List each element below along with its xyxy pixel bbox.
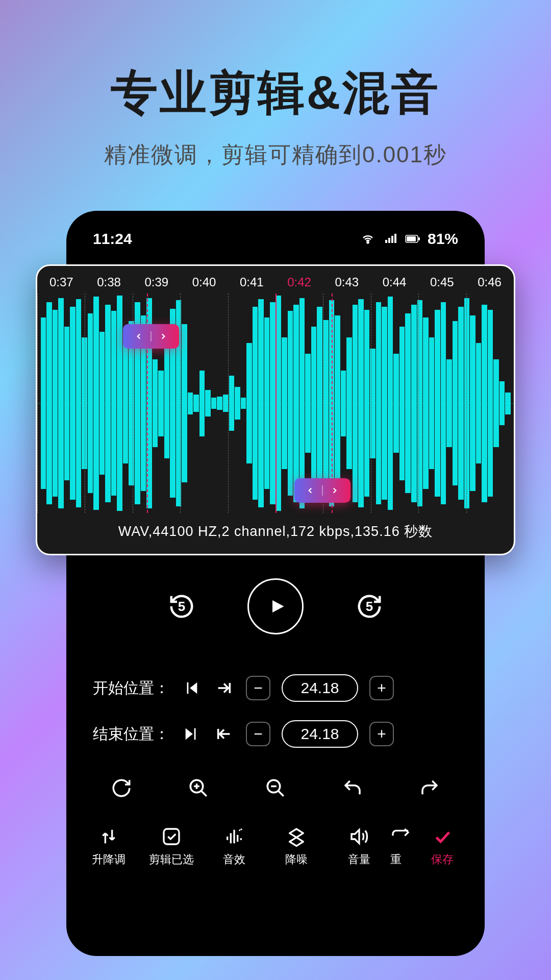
nav-label: 保存	[431, 852, 454, 867]
ruler-tick: 0:44	[383, 275, 407, 289]
nav-label: 剪辑已选	[149, 852, 194, 867]
undo-button[interactable]	[342, 777, 363, 801]
arrow-to-left-icon	[215, 725, 233, 743]
selection-end-handle[interactable]	[294, 478, 350, 503]
volume-icon	[349, 826, 369, 847]
end-decrement-button[interactable]: −	[246, 722, 270, 746]
start-value[interactable]: 24.18	[282, 674, 358, 702]
svg-rect-7	[418, 237, 420, 240]
nav-label: 升降调	[92, 852, 126, 867]
nav-effects[interactable]: 音效	[203, 826, 265, 867]
svg-rect-10	[164, 829, 179, 844]
playback-row: 5 5	[78, 578, 473, 634]
start-decrement-button[interactable]: −	[246, 676, 270, 700]
start-label: 开始位置：	[88, 678, 169, 699]
ruler-tick: 0:40	[192, 275, 216, 289]
skip-previous-icon	[183, 679, 200, 697]
ruler-tick: 0:45	[430, 275, 454, 289]
ruler-tick: 0:39	[145, 275, 169, 289]
signal-icon	[383, 233, 398, 245]
check-icon	[432, 826, 453, 847]
undo-icon	[342, 777, 363, 799]
svg-rect-2	[388, 238, 390, 243]
wifi-icon	[360, 233, 375, 245]
nav-repeat[interactable]: 重	[390, 826, 411, 867]
refresh-button[interactable]	[111, 777, 132, 801]
pitch-icon	[98, 826, 119, 847]
waveform-area[interactable]	[37, 293, 514, 513]
zoom-out-icon	[265, 777, 286, 799]
svg-rect-6	[407, 236, 416, 241]
checkbox-icon	[161, 826, 182, 847]
bottom-nav: 升降调 剪辑已选 音效 降噪 音量 重	[78, 816, 473, 867]
playhead[interactable]	[276, 293, 277, 513]
ruler-tick: 0:38	[97, 275, 121, 289]
end-position-row: 结束位置： − 24.18 +	[78, 711, 473, 757]
repeat-icon	[390, 826, 411, 847]
zoom-out-button[interactable]	[265, 777, 286, 801]
nav-label: 降噪	[285, 852, 308, 867]
jump-to-end-button[interactable]	[181, 723, 202, 745]
zoom-in-button[interactable]	[188, 777, 209, 801]
ruler-tick: 0:46	[478, 275, 502, 289]
set-end-button[interactable]	[213, 723, 235, 745]
nav-save[interactable]: 保存	[411, 826, 473, 867]
chevron-right-icon	[330, 486, 339, 495]
arrow-to-right-icon	[215, 679, 233, 697]
set-start-button[interactable]	[213, 677, 235, 699]
minus-icon: −	[254, 725, 263, 743]
zoom-in-icon	[188, 777, 209, 799]
battery-icon	[405, 233, 420, 245]
denoise-icon	[286, 826, 307, 847]
nav-trim[interactable]: 剪辑已选	[140, 826, 203, 867]
nav-label: 重	[390, 852, 402, 867]
ruler-tick: 0:43	[335, 275, 359, 289]
nav-volume[interactable]: 音量	[328, 826, 391, 867]
status-time: 11:24	[93, 230, 132, 248]
equalizer-icon	[224, 826, 244, 847]
jump-to-start-button[interactable]	[181, 677, 202, 699]
play-button[interactable]	[247, 578, 304, 634]
plus-icon: +	[377, 679, 386, 697]
refresh-icon	[111, 777, 132, 799]
end-label: 结束位置：	[88, 724, 169, 745]
start-position-row: 开始位置： − 24.18 +	[78, 665, 473, 711]
chevron-left-icon	[134, 332, 143, 341]
redo-icon	[419, 777, 440, 799]
skip-next-icon	[183, 725, 200, 743]
time-ruler: 0:37 0:38 0:39 0:40 0:41 0:42 0:43 0:44 …	[37, 266, 514, 293]
nav-label: 音量	[348, 852, 370, 867]
ruler-tick: 0:37	[49, 275, 73, 289]
selection-start-handle[interactable]	[123, 324, 179, 349]
svg-rect-4	[394, 234, 396, 243]
skip-forward-value: 5	[366, 599, 373, 615]
skip-back-button[interactable]: 5	[162, 586, 202, 626]
tool-row	[78, 757, 473, 816]
ruler-tick: 0:41	[240, 275, 264, 289]
svg-rect-3	[391, 236, 393, 243]
plus-icon: +	[377, 725, 386, 743]
nav-label: 音效	[223, 852, 245, 867]
controls-panel: 5 5 开始位置： − 24.18 + 结束位置： − 24.18 +	[78, 578, 473, 867]
play-icon	[268, 596, 286, 617]
chevron-left-icon	[306, 486, 315, 495]
nav-pitch[interactable]: 升降调	[78, 826, 140, 867]
end-value[interactable]: 24.18	[282, 720, 358, 748]
status-bar: 11:24 81%	[78, 225, 473, 258]
hero-title: 专业剪辑&混音	[0, 61, 551, 125]
redo-button[interactable]	[419, 777, 440, 801]
file-info: WAV,44100 HZ,2 channel,172 kbps,135.16 秒…	[37, 513, 514, 550]
start-increment-button[interactable]: +	[369, 676, 394, 700]
minus-icon: −	[254, 679, 263, 697]
svg-rect-1	[385, 240, 387, 243]
chevron-right-icon	[159, 332, 168, 341]
hero-subtitle: 精准微调，剪辑可精确到0.001秒	[0, 140, 551, 170]
battery-percent: 81%	[428, 230, 458, 248]
waveform-card: 0:37 0:38 0:39 0:40 0:41 0:42 0:43 0:44 …	[36, 264, 515, 555]
svg-point-0	[367, 242, 368, 243]
ruler-tick: 0:42	[287, 275, 311, 289]
skip-forward-button[interactable]: 5	[349, 586, 389, 626]
phone-frame: 11:24 81% 0:37 0:38 0:39 0:40 0:41 0:42 …	[66, 211, 485, 956]
end-increment-button[interactable]: +	[369, 722, 394, 746]
nav-denoise[interactable]: 降噪	[265, 826, 328, 867]
